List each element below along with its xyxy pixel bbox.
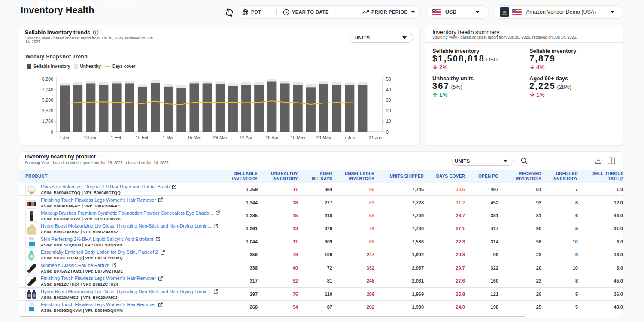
svg-text:18 Jan: 18 Jan	[84, 135, 98, 140]
svg-text:10 May: 10 May	[290, 135, 305, 140]
svg-text:40: 40	[386, 87, 391, 92]
svg-text:10: 10	[386, 118, 391, 124]
svg-text:0: 0	[386, 129, 389, 134]
svg-text:30: 30	[386, 97, 391, 103]
svg-text:7,040: 7,040	[42, 87, 53, 92]
svg-text:1 Mar: 1 Mar	[163, 135, 174, 140]
svg-text:a: a	[503, 9, 506, 14]
svg-text:7 Jun: 7 Jun	[344, 135, 355, 140]
svg-text:15 Mar: 15 Mar	[187, 135, 201, 140]
svg-text:29 Mar: 29 Mar	[213, 135, 227, 140]
svg-text:5,280: 5,280	[42, 97, 53, 103]
svg-text:12 Apr: 12 Apr	[240, 135, 253, 140]
svg-text:1,760: 1,760	[42, 118, 53, 124]
svg-text:1 Feb: 1 Feb	[111, 135, 122, 140]
svg-text:21 Jun: 21 Jun	[369, 135, 383, 140]
svg-text:0: 0	[51, 129, 53, 134]
svg-text:50: 50	[386, 76, 391, 82]
svg-text:4 Jan: 4 Jan	[59, 135, 70, 140]
svg-text:3,520: 3,520	[42, 108, 53, 113]
svg-text:8,800: 8,800	[42, 76, 53, 82]
svg-text:24 May: 24 May	[316, 135, 331, 140]
svg-text:26 Apr: 26 Apr	[265, 135, 279, 140]
svg-text:20: 20	[386, 108, 391, 113]
svg-text:15 Feb: 15 Feb	[136, 135, 150, 140]
